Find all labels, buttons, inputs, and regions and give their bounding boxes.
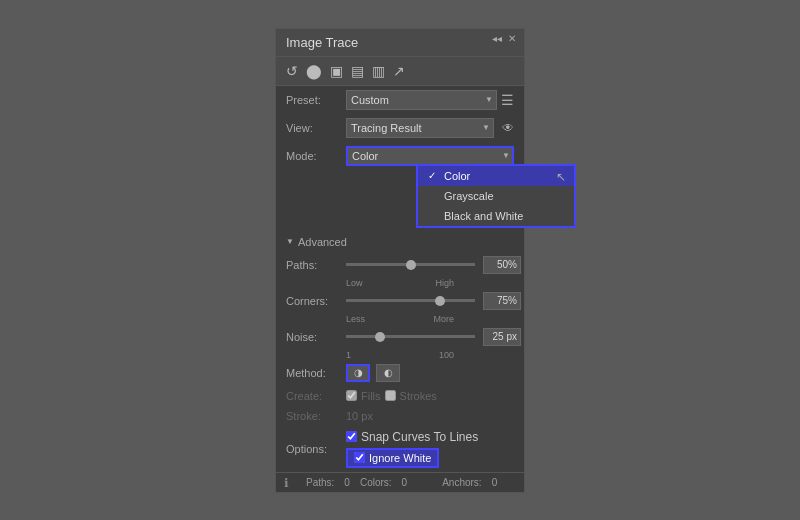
dropdown-item-grayscale[interactable]: Grayscale (418, 186, 574, 206)
paths-slider-container (346, 263, 475, 266)
corners-slider-container (346, 299, 475, 302)
footer-anchors-label: Anchors: (442, 477, 481, 488)
method-btn-2[interactable]: ◐ (376, 364, 400, 382)
toolbar-icon-view1[interactable]: ▤ (351, 63, 364, 79)
view-select-wrapper: Tracing Result ▼ (346, 118, 494, 138)
corners-row: Corners: 75% (276, 288, 524, 314)
create-row: Create: Fills Strokes (276, 386, 524, 406)
corners-label: Corners: (286, 295, 346, 307)
noise-range-labels: 1 100 (276, 350, 524, 360)
ignore-white-box[interactable]: Ignore White (346, 448, 439, 468)
snap-label: Snap Curves To Lines (361, 430, 478, 444)
view-row: View: Tracing Result ▼ 👁 (276, 114, 524, 142)
footer-paths-value: 0 (344, 477, 350, 488)
mode-row: Mode: Color ▼ ✓ Color ↖ Grayscale (276, 142, 524, 170)
stroke-value: 10 px (346, 410, 373, 422)
noise-max-label: 100 (439, 350, 454, 360)
noise-label: Noise: (286, 331, 346, 343)
options-row: Options: Snap Curves To Lines Ignore Whi… (276, 426, 524, 472)
preset-row: Preset: Custom ▼ ☰ (276, 86, 524, 114)
toolbar: ↺ ⬤ ▣ ▤ ▥ ↗ (276, 57, 524, 86)
toolbar-icon-save[interactable]: ▣ (330, 63, 343, 79)
preset-select[interactable]: Custom (346, 90, 497, 110)
footer-colors-value: 0 (402, 477, 408, 488)
method-row: Method: ◑ ◐ (276, 360, 524, 386)
panel-title: Image Trace (286, 35, 358, 50)
stroke-label: Stroke: (286, 410, 346, 422)
ignore-white-checkbox[interactable] (354, 452, 365, 463)
snap-row: Snap Curves To Lines (346, 430, 478, 444)
noise-slider-container (346, 335, 475, 338)
preset-select-wrapper: Custom ▼ (346, 90, 497, 110)
view-eye-icon[interactable]: 👁 (502, 121, 514, 135)
dropdown-item-bw[interactable]: Black and White (418, 206, 574, 226)
footer-anchors-value: 0 (492, 477, 498, 488)
footer: ℹ Paths: 0 Colors: 0 Anchors: 0 (276, 472, 524, 492)
view-label: View: (286, 122, 346, 134)
mode-select[interactable]: Color (346, 146, 514, 166)
info-icon[interactable]: ℹ (284, 476, 289, 490)
method-btn-1[interactable]: ◑ (346, 364, 370, 382)
check-icon: ✓ (428, 170, 438, 181)
fills-checkbox (346, 390, 357, 401)
toolbar-icon-expand[interactable]: ↗ (393, 63, 405, 79)
paths-value: 50% (483, 256, 521, 274)
snap-checkbox[interactable] (346, 431, 357, 442)
dropdown-bw-label: Black and White (444, 210, 523, 222)
advanced-label: Advanced (298, 236, 347, 248)
dropdown-grayscale-label: Grayscale (444, 190, 494, 202)
create-label: Create: (286, 390, 346, 402)
corners-range-labels: Less More (276, 314, 524, 324)
mode-label: Mode: (286, 150, 346, 162)
collapse-icon[interactable]: ◂◂ (492, 33, 502, 44)
preset-label: Preset: (286, 94, 346, 106)
corners-slider[interactable] (346, 299, 475, 302)
dropdown-item-color[interactable]: ✓ Color ↖ (418, 166, 574, 186)
advanced-section: ▼ Advanced (276, 232, 524, 252)
toolbar-icon-undo[interactable]: ↺ (286, 63, 298, 79)
paths-max-label: High (435, 278, 454, 288)
advanced-arrow[interactable]: ▼ (286, 237, 294, 246)
footer-stats: Paths: 0 Colors: 0 (306, 477, 407, 488)
paths-slider[interactable] (346, 263, 475, 266)
footer-anchors: Anchors: 0 (442, 477, 497, 488)
cursor-icon: ↖ (556, 170, 566, 184)
strokes-checkbox (385, 390, 396, 401)
image-trace-panel: ◂◂ ✕ Image Trace ↺ ⬤ ▣ ▤ ▥ ↗ Preset: Cus… (275, 28, 525, 493)
preset-menu-icon[interactable]: ☰ (501, 92, 514, 108)
noise-slider[interactable] (346, 335, 475, 338)
dropdown-color-label: Color (444, 170, 470, 182)
view-select[interactable]: Tracing Result (346, 118, 494, 138)
paths-min-label: Low (346, 278, 363, 288)
corners-value: 75% (483, 292, 521, 310)
noise-row: Noise: 25 px (276, 324, 524, 350)
paths-row: Paths: 50% (276, 252, 524, 278)
noise-value: 25 px (483, 328, 521, 346)
paths-range-labels: Low High (276, 278, 524, 288)
method-label: Method: (286, 367, 346, 379)
panel-header: Image Trace (276, 29, 524, 57)
footer-colors-label: Colors: (360, 477, 392, 488)
noise-min-label: 1 (346, 350, 351, 360)
strokes-label: Strokes (400, 390, 437, 402)
close-icon[interactable]: ✕ (508, 33, 516, 44)
mode-dropdown: ✓ Color ↖ Grayscale Black and White (416, 164, 576, 228)
stroke-row: Stroke: 10 px (276, 406, 524, 426)
fills-label: Fills (361, 390, 381, 402)
corners-max-label: More (433, 314, 454, 324)
corners-min-label: Less (346, 314, 365, 324)
options-label: Options: (286, 443, 346, 455)
toolbar-icon-camera[interactable]: ⬤ (306, 63, 322, 79)
ignore-white-label: Ignore White (369, 452, 431, 464)
footer-paths-label: Paths: (306, 477, 334, 488)
mode-select-wrapper: Color ▼ (346, 146, 514, 166)
toolbar-icon-view2[interactable]: ▥ (372, 63, 385, 79)
paths-label: Paths: (286, 259, 346, 271)
